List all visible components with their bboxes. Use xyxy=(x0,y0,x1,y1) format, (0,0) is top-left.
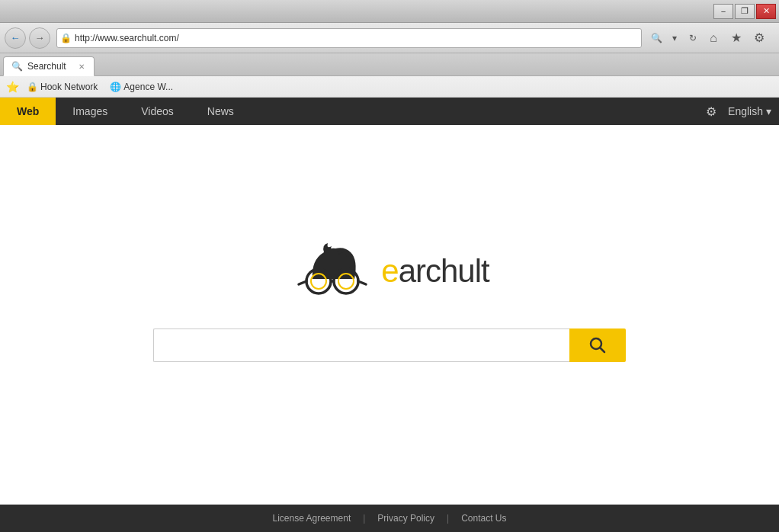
main-content: earchult xyxy=(0,125,779,505)
se-settings-icon[interactable]: ⚙ xyxy=(700,101,722,122)
restore-button[interactable]: ❐ xyxy=(735,4,755,19)
logo-container: earchult xyxy=(290,237,489,306)
title-bar: − ❐ ✕ xyxy=(0,0,779,23)
language-arrow-icon: ▾ xyxy=(766,105,771,117)
favorites-button[interactable]: ★ xyxy=(727,29,745,47)
footer-license-link[interactable]: License Agreement xyxy=(272,513,351,524)
logo-text: earchult xyxy=(381,253,489,290)
nav-item-images[interactable]: Images xyxy=(56,98,124,125)
nav-bar: ← → 🔒 🔍 ▾ ↻ ⌂ ★ ⚙ xyxy=(0,23,779,53)
browser-window: − ❐ ✕ ← → 🔒 🔍 ▾ ↻ ⌂ ★ ⚙ 🔍 Searchult ✕ xyxy=(0,0,779,532)
forward-button[interactable]: → xyxy=(29,27,50,49)
language-selector[interactable]: English ▾ xyxy=(728,105,771,117)
address-input[interactable] xyxy=(75,33,638,43)
nav-item-news[interactable]: News xyxy=(191,98,251,125)
home-button[interactable]: ⌂ xyxy=(704,29,723,47)
footer-sep-2: | xyxy=(447,513,449,524)
tab-close-button[interactable]: ✕ xyxy=(77,61,86,72)
tab-favicon: 🔍 xyxy=(11,61,23,72)
toolbar-right: ⌂ ★ ⚙ xyxy=(704,29,774,47)
address-bar-container: 🔒 xyxy=(56,28,642,48)
active-tab[interactable]: 🔍 Searchult ✕ xyxy=(3,56,95,76)
footer: License Agreement | Privacy Policy | Con… xyxy=(0,505,779,532)
back-button[interactable]: ← xyxy=(5,27,26,49)
footer-sep-1: | xyxy=(363,513,365,524)
settings-button[interactable]: ⚙ xyxy=(750,29,768,47)
nav-item-videos[interactable]: Videos xyxy=(124,98,191,125)
tab-bar: 🔍 Searchult ✕ xyxy=(0,53,779,76)
search-container xyxy=(153,328,626,362)
bookmark-hook-network[interactable]: 🔒 Hook Network xyxy=(22,80,102,94)
se-nav-right: ⚙ English ▾ xyxy=(700,101,779,122)
bookmarks-bar: ⭐ 🔒 Hook Network 🌐 Agence W... xyxy=(0,76,779,98)
svg-line-3 xyxy=(299,281,306,284)
search-icon xyxy=(589,337,606,354)
search-address-btn[interactable]: 🔍 xyxy=(648,30,665,46)
address-icon: 🔒 xyxy=(60,33,72,43)
window-controls: − ❐ ✕ xyxy=(713,4,776,19)
nav-item-web[interactable]: Web xyxy=(0,98,56,125)
svg-line-8 xyxy=(601,348,605,353)
bookmark-agence-label: Agence W... xyxy=(123,82,173,92)
svg-line-4 xyxy=(358,281,366,284)
minimize-button[interactable]: − xyxy=(713,4,733,19)
tab-label: Searchult xyxy=(27,61,66,72)
se-navbar: Web Images Videos News ⚙ English ▾ xyxy=(0,98,779,125)
bookmark-globe-icon: 🌐 xyxy=(110,82,121,92)
dropdown-address-btn[interactable]: ▾ xyxy=(666,30,683,46)
bookmark-agence[interactable]: 🌐 Agence W... xyxy=(105,80,178,94)
bookmarks-star-icon: ⭐ xyxy=(6,81,19,93)
language-label: English xyxy=(728,105,763,117)
nav-actions: 🔍 ▾ ↻ xyxy=(648,30,701,46)
search-input[interactable] xyxy=(153,328,569,362)
search-button[interactable] xyxy=(569,328,626,362)
bookmark-lock-icon: 🔒 xyxy=(27,82,38,92)
bookmark-hook-label: Hook Network xyxy=(40,82,98,92)
footer-contact-link[interactable]: Contact Us xyxy=(461,513,506,524)
footer-privacy-link[interactable]: Privacy Policy xyxy=(377,513,434,524)
refresh-btn[interactable]: ↻ xyxy=(684,30,701,46)
logo-e-letter: e xyxy=(381,253,398,289)
logo-area: earchult xyxy=(290,237,489,306)
close-button[interactable]: ✕ xyxy=(756,4,776,19)
logo-rest-text: archult xyxy=(399,253,489,289)
logo-icon xyxy=(290,237,381,306)
